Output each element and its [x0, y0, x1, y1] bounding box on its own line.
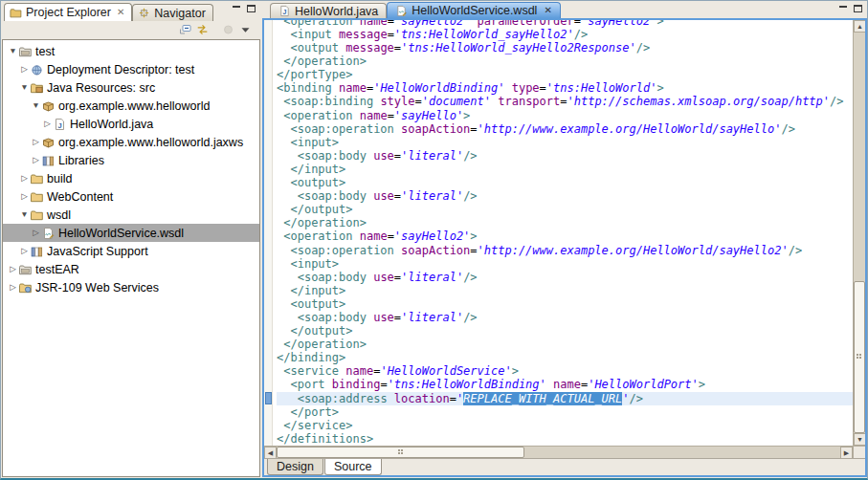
svg-text:J: J [283, 9, 287, 15]
code-line: <soap:address location='REPLACE_WITH_ACT… [277, 392, 853, 405]
code-line: <input message='tns:HelloWorld_sayHello2… [277, 28, 853, 41]
code-line: </binding> [277, 351, 853, 364]
folder-icon [30, 208, 44, 222]
horizontal-scrollbar[interactable]: ◀ ▶ [264, 446, 865, 458]
view-menu-icon[interactable] [238, 23, 253, 36]
project-icon [18, 45, 33, 58]
minimize-icon[interactable] [839, 5, 847, 12]
java-file-icon: J [278, 5, 291, 17]
close-icon[interactable]: ✕ [117, 8, 124, 17]
tree-item-javascript-support[interactable]: ▷JavaScript Support [3, 242, 259, 260]
expand-arrow-icon[interactable]: ▷ [19, 242, 30, 260]
tree-item-wsdl[interactable]: ▼wsdl [3, 206, 259, 224]
tab-source[interactable]: Source [324, 459, 382, 475]
code-line: <soap:operation soapAction='http://www.e… [277, 244, 853, 257]
tree-item-test[interactable]: ▼test [3, 42, 259, 60]
tree-item-label: testEAR [35, 263, 79, 276]
horizontal-scroll-thumb[interactable] [277, 447, 524, 458]
expand-arrow-icon[interactable]: ▷ [31, 133, 41, 151]
tab-label: Project Explorer [26, 6, 111, 19]
code-line: <soap:binding style='document' transport… [277, 95, 853, 108]
editor-tab-helloworld-java[interactable]: JHelloWorld.java [270, 3, 387, 18]
tree-item-libraries[interactable]: ▷Libraries [3, 151, 259, 169]
tree-item-label: WebContent [47, 190, 113, 204]
expand-arrow-icon[interactable]: ▷ [31, 224, 41, 242]
tree-item-helloworldservice-wsdl[interactable]: ▷HelloWorldService.wsdl [3, 224, 259, 242]
code-line: </output> [277, 324, 853, 338]
editor-tab-label: HelloWorld.java [295, 5, 378, 18]
collapse-arrow-icon[interactable]: ▼ [8, 42, 18, 60]
tree-item-deployment-descriptor-test[interactable]: ▷Deployment Descriptor: test [3, 60, 259, 78]
tree-item-label: JavaScript Support [47, 245, 148, 258]
tree-item-label: org.example.www.helloworld [58, 99, 210, 113]
tab-design[interactable]: Design [267, 459, 323, 475]
services-icon [18, 281, 33, 295]
tree-item-label: build [47, 172, 72, 185]
code-line: <soap:body use='literal'/> [277, 311, 853, 324]
tab-navigator[interactable]: Navigator [132, 4, 213, 21]
package-icon [41, 136, 56, 149]
collapse-arrow-icon[interactable]: ▼ [19, 206, 30, 224]
tree-item-org-example-www-helloworld-jaxws[interactable]: ▷org.example.www.helloworld.jaxws [3, 133, 259, 151]
code-line: <soap:operation soapAction='http://www.e… [277, 122, 853, 136]
expand-arrow-icon[interactable]: ▷ [19, 169, 30, 187]
collapse-arrow-icon[interactable]: ▼ [19, 78, 30, 97]
tree-item-webcontent[interactable]: ▷WebContent [3, 187, 259, 206]
tree-item-label: Java Resources: src [47, 81, 155, 95]
collapse-arrow-icon[interactable]: ▼ [31, 97, 41, 115]
expand-arrow-icon[interactable]: ▷ [19, 60, 30, 78]
project-explorer-icon [10, 7, 22, 19]
expand-arrow-icon[interactable]: ▷ [8, 260, 18, 278]
code-line: </definitions> [277, 432, 853, 446]
close-icon[interactable]: ✕ [544, 6, 551, 15]
source-editor[interactable]: <operation name='sayHello2' parameterOrd… [273, 20, 853, 446]
tree-item-testear[interactable]: ▷testEAR [3, 260, 259, 278]
code-line: </input> [277, 163, 853, 176]
src-folder-icon [30, 81, 44, 95]
code-line: </portType> [277, 68, 853, 81]
tree-item-helloworld-java[interactable]: ▷JHelloWorld.java [3, 115, 259, 133]
expand-arrow-icon[interactable]: ▷ [42, 115, 53, 133]
tree-item-label: test [35, 45, 55, 58]
library-icon [41, 154, 56, 167]
code-line: <service name='HelloWorldService'> [277, 364, 853, 378]
tab-project-explorer[interactable]: Project Explorer✕ [4, 3, 132, 21]
tree-item-jsr-109-web-services[interactable]: ▷JSR-109 Web Services [3, 278, 259, 296]
scroll-up-icon[interactable]: ▲ [854, 20, 865, 33]
link-with-editor-icon[interactable] [195, 23, 210, 36]
expand-arrow-icon[interactable]: ▷ [8, 278, 18, 296]
vertical-scroll-thumb[interactable] [854, 281, 865, 433]
wsdl-file-icon [395, 5, 408, 17]
minimize-icon[interactable] [233, 5, 240, 12]
code-line: </output> [277, 203, 853, 216]
expand-arrow-icon[interactable]: ▷ [31, 151, 41, 169]
vertical-scrollbar[interactable]: ▲ ▼ [853, 20, 865, 446]
code-line: <soap:body use='literal'/> [277, 189, 853, 203]
tree-item-label: wsdl [47, 208, 71, 222]
editor-tab-helloworldservice-wsdl[interactable]: HelloWorldService.wsdl✕ [387, 2, 560, 18]
editor-frame: <operation name='sayHello2' parameterOrd… [262, 18, 867, 477]
tree-item-org-example-www-helloworld[interactable]: ▼org.example.www.helloworld [3, 97, 259, 115]
expand-arrow-icon[interactable]: ▷ [19, 187, 30, 206]
code-line-clipped: <operation name='sayHello2' parameterOrd… [277, 20, 853, 28]
annotation-ruler[interactable] [264, 20, 273, 446]
project-tree[interactable]: ▼test▷Deployment Descriptor: test▼Java R… [2, 39, 260, 477]
code-line: <output> [277, 297, 853, 311]
tree-item-label: org.example.www.helloworld.jaxws [58, 136, 243, 149]
tree-item-label: Libraries [58, 154, 104, 167]
scroll-down-icon[interactable]: ▼ [854, 433, 865, 446]
editor-area: JHelloWorld.javaHelloWorldService.wsdl✕ … [262, 2, 867, 477]
maximize-icon[interactable] [854, 5, 862, 12]
left-view-window-buttons [233, 5, 256, 12]
editor-window-buttons [839, 5, 862, 12]
project-icon [18, 263, 33, 276]
tree-item-java-resources-src[interactable]: ▼Java Resources: src [3, 78, 259, 97]
collapse-all-icon[interactable] [178, 23, 192, 36]
focus-icon[interactable] [221, 23, 235, 36]
maximize-icon[interactable] [247, 5, 256, 12]
tree-item-build[interactable]: ▷build [3, 169, 259, 187]
code-line: <operation name='sayHello'> [277, 109, 853, 122]
selection-marker [265, 392, 272, 404]
code-line: </operation> [277, 338, 853, 351]
scrollbar-corner [853, 447, 865, 458]
